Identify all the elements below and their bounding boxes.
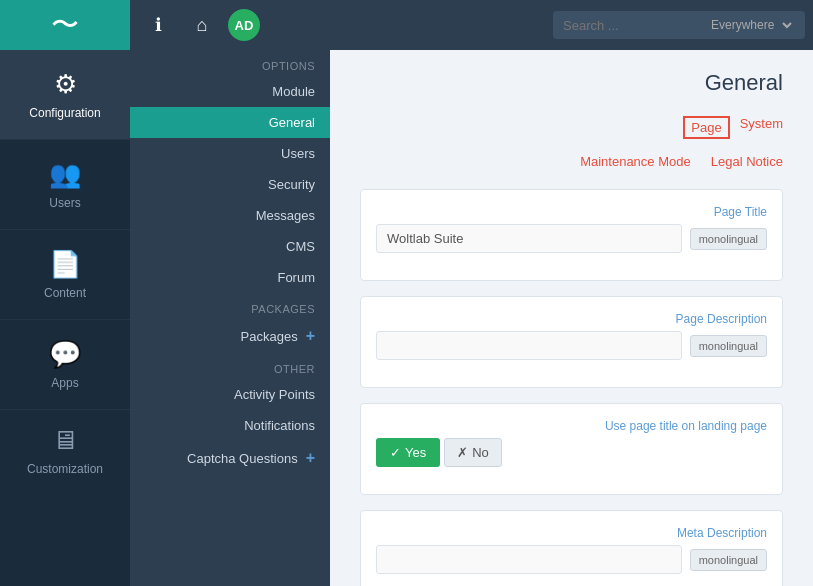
dropdown-item-activity[interactable]: Activity Points xyxy=(130,379,330,410)
submenu-maintenance[interactable]: Maintenance Mode xyxy=(580,154,691,169)
page-header: General xyxy=(360,70,783,96)
sidebar-item-users[interactable]: 👥 Users xyxy=(0,140,130,230)
user-avatar[interactable]: AD xyxy=(228,9,260,41)
sidebar-label-configuration: Configuration xyxy=(29,106,100,120)
meta-desc-row: monolingual xyxy=(376,545,767,574)
search-scope-select[interactable]: Everywhere xyxy=(703,15,795,35)
search-area: Everywhere xyxy=(553,11,805,39)
dropdown-item-packages[interactable]: Packages + xyxy=(130,319,330,353)
page-title-input[interactable] xyxy=(376,224,682,253)
add-captcha-icon[interactable]: + xyxy=(306,449,315,467)
configuration-icon: ⚙ xyxy=(54,69,77,100)
page-desc-input[interactable] xyxy=(376,331,682,360)
x-icon: ✗ xyxy=(457,445,468,460)
yes-button[interactable]: ✓ Yes xyxy=(376,438,440,467)
landing-page-label: Use page title on landing page xyxy=(376,419,767,433)
page-desc-row: monolingual xyxy=(376,331,767,360)
options-section-label: OPTIONS xyxy=(130,50,330,76)
page-desc-label: Page Description xyxy=(376,312,767,326)
submenu-legal[interactable]: Legal Notice xyxy=(711,154,783,169)
breadcrumb-system[interactable]: System xyxy=(740,116,783,139)
breadcrumb-page[interactable]: Page xyxy=(683,116,729,139)
users-icon: 👥 xyxy=(49,159,81,190)
dropdown-menu: OPTIONS Module General Users Security Me… xyxy=(130,50,330,586)
other-section-label: OTHER xyxy=(130,353,330,379)
page-title-label: Page Title xyxy=(376,205,767,219)
content-icon: 📄 xyxy=(49,249,81,280)
packages-section-label: PACKAGES xyxy=(130,293,330,319)
checkmark-icon: ✓ xyxy=(390,445,401,460)
yes-no-toggle: ✓ Yes ✗ No xyxy=(376,438,502,467)
dropdown-item-forum[interactable]: Forum xyxy=(130,262,330,293)
page-title-lang-badge: monolingual xyxy=(690,228,767,250)
sidebar-item-apps[interactable]: 💬 Apps xyxy=(0,320,130,410)
right-sidebar: ⚙ Configuration 👥 Users 📄 Content 💬 Apps… xyxy=(0,50,130,586)
meta-desc-section: Meta Description monolingual xyxy=(360,510,783,586)
dropdown-item-general[interactable]: General xyxy=(130,107,330,138)
meta-desc-input[interactable] xyxy=(376,545,682,574)
page-title: General xyxy=(360,70,783,96)
page-desc-lang-badge: monolingual xyxy=(690,335,767,357)
main-area: ⚙ Configuration 👥 Users 📄 Content 💬 Apps… xyxy=(0,50,813,586)
landing-page-section: Use page title on landing page ✓ Yes ✗ N… xyxy=(360,403,783,495)
meta-desc-lang-badge: monolingual xyxy=(690,549,767,571)
sidebar-label-apps: Apps xyxy=(51,376,78,390)
page-desc-section: Page Description monolingual xyxy=(360,296,783,388)
dropdown-item-captcha[interactable]: Captcha Questions + xyxy=(130,441,330,475)
nav-left: ℹ ⌂ AD xyxy=(130,7,270,43)
home-icon[interactable]: ⌂ xyxy=(184,7,220,43)
search-input[interactable] xyxy=(563,18,703,33)
brand-logo-icon: 〜 xyxy=(51,6,79,44)
apps-icon: 💬 xyxy=(49,339,81,370)
no-button[interactable]: ✗ No xyxy=(444,438,502,467)
landing-page-row: ✓ Yes ✗ No xyxy=(376,438,767,467)
sidebar-label-content: Content xyxy=(44,286,86,300)
main-content: General Page System Maintenance Mode Leg… xyxy=(330,50,813,586)
customization-icon: 🖥 xyxy=(52,425,78,456)
top-nav: 〜 ℹ ⌂ AD Everywhere xyxy=(0,0,813,50)
dropdown-item-cms[interactable]: CMS xyxy=(130,231,330,262)
dropdown-item-messages[interactable]: Messages xyxy=(130,200,330,231)
sidebar-label-users: Users xyxy=(49,196,80,210)
sidebar-item-configuration[interactable]: ⚙ Configuration xyxy=(0,50,130,140)
dropdown-item-notifications[interactable]: Notifications xyxy=(130,410,330,441)
dropdown-item-security[interactable]: Security xyxy=(130,169,330,200)
dropdown-item-module[interactable]: Module xyxy=(130,76,330,107)
dropdown-item-users[interactable]: Users xyxy=(130,138,330,169)
brand-area: 〜 xyxy=(0,0,130,50)
submenu: Maintenance Mode Legal Notice xyxy=(360,154,783,169)
sidebar-item-content[interactable]: 📄 Content xyxy=(0,230,130,320)
breadcrumb: Page System xyxy=(360,116,783,139)
meta-desc-label: Meta Description xyxy=(376,526,767,540)
sidebar-item-customization[interactable]: 🖥 Customization xyxy=(0,410,130,491)
page-title-section: Page Title monolingual xyxy=(360,189,783,281)
add-packages-icon[interactable]: + xyxy=(306,327,315,345)
sidebar-label-customization: Customization xyxy=(27,462,103,476)
page-title-row: monolingual xyxy=(376,224,767,253)
info-icon[interactable]: ℹ xyxy=(140,7,176,43)
